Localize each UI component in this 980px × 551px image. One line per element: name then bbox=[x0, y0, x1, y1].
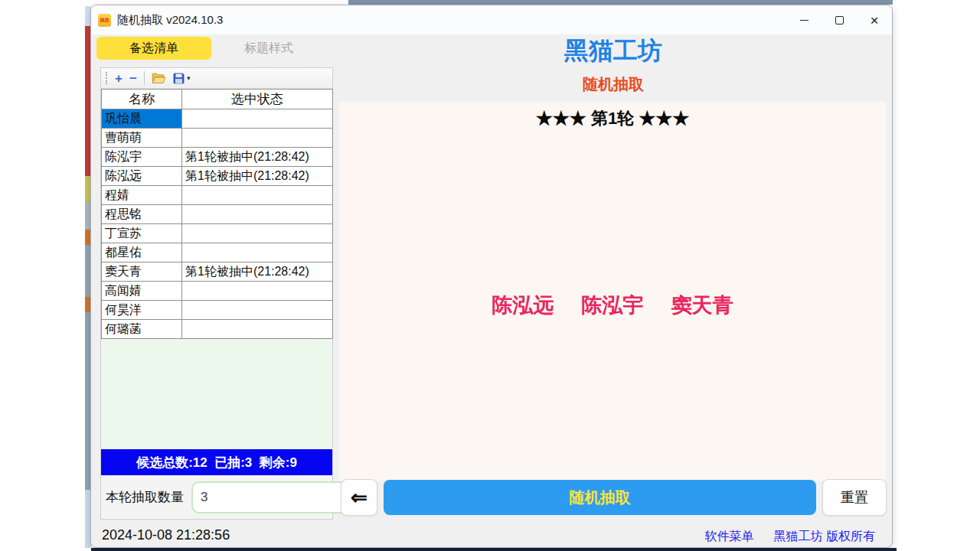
candidate-status-cell: 第1轮被抽中(21:28:42) bbox=[182, 167, 333, 186]
stats-bar: 候选总数:12 已抽:3 剩余:9 bbox=[101, 449, 332, 475]
draw-stage: ★★★ 第1轮 ★★★ 陈泓远 陈泓宇 窦天青 bbox=[339, 102, 886, 481]
candidate-table-body: 巩怡晨曹萌萌陈泓宇第1轮被抽中(21:28:42)陈泓远第1轮被抽中(21:28… bbox=[102, 109, 333, 339]
column-header-name[interactable]: 名称 bbox=[102, 90, 182, 109]
table-row[interactable]: 何璐菡 bbox=[102, 320, 333, 339]
table-row[interactable]: 曹萌萌 bbox=[102, 129, 333, 148]
app-window: 抽选 随机抽取 v2024.10.3 × 备选清单 标题样式 + − bbox=[90, 5, 893, 548]
result-name: 陈泓远 bbox=[492, 292, 554, 319]
list-toolbar: + − ▾ bbox=[101, 68, 332, 89]
close-icon: × bbox=[870, 13, 878, 28]
save-dropdown-caret-icon[interactable]: ▾ bbox=[187, 74, 191, 82]
table-row[interactable]: 陈泓远第1轮被抽中(21:28:42) bbox=[102, 167, 333, 186]
table-row[interactable]: 窦天青第1轮被抽中(21:28:42) bbox=[102, 262, 333, 282]
candidate-name-cell[interactable]: 窦天青 bbox=[102, 262, 182, 282]
result-name: 窦天青 bbox=[671, 292, 733, 319]
column-header-status[interactable]: 选中状态 bbox=[182, 90, 333, 109]
candidate-name-cell[interactable]: 巩怡晨 bbox=[102, 109, 182, 129]
table-row[interactable]: 程婧 bbox=[102, 186, 333, 205]
tab-candidate-list[interactable]: 备选清单 bbox=[96, 37, 211, 60]
save-floppy-icon bbox=[173, 73, 185, 84]
maximize-button[interactable] bbox=[822, 5, 857, 34]
candidate-status-cell bbox=[182, 282, 333, 301]
candidate-name-cell[interactable]: 都星佑 bbox=[102, 243, 182, 262]
table-row[interactable]: 高闻婧 bbox=[102, 282, 333, 301]
save-file-button[interactable]: ▾ bbox=[173, 73, 191, 84]
candidate-status-cell bbox=[182, 205, 333, 224]
toolbar-separator bbox=[144, 71, 145, 85]
app-icon: 抽选 bbox=[98, 14, 111, 27]
candidate-status-cell bbox=[182, 301, 333, 320]
candidate-name-cell[interactable]: 高闻婧 bbox=[102, 282, 182, 301]
reset-button[interactable]: 重置 bbox=[822, 479, 887, 516]
list-empty-area bbox=[101, 339, 332, 449]
candidate-name-cell[interactable]: 何昊洋 bbox=[102, 301, 182, 320]
candidate-status-cell bbox=[182, 109, 333, 129]
candidate-status-cell bbox=[182, 320, 333, 339]
candidate-status-cell: 第1轮被抽中(21:28:42) bbox=[182, 262, 333, 282]
table-row[interactable]: 何昊洋 bbox=[102, 301, 333, 320]
candidate-status-cell bbox=[182, 243, 333, 262]
draw-count-row: 本轮抽取数量 bbox=[101, 475, 332, 519]
candidate-status-cell bbox=[182, 129, 333, 148]
brand-title: 黑猫工坊 bbox=[333, 34, 893, 68]
candidate-panel: + − ▾ bbox=[100, 67, 333, 520]
candidate-name-cell[interactable]: 丁宣苏 bbox=[102, 224, 182, 243]
candidate-table: 名称 选中状态 巩怡晨曹萌萌陈泓宇第1轮被抽中(21:28:42)陈泓远第1轮被… bbox=[101, 89, 333, 339]
table-row[interactable]: 陈泓宇第1轮被抽中(21:28:42) bbox=[102, 148, 333, 167]
status-datetime: 2024-10-08 21:28:56 bbox=[102, 527, 230, 543]
table-header-row: 名称 选中状态 bbox=[102, 90, 333, 109]
window-title: 随机抽取 v2024.10.3 bbox=[117, 13, 223, 28]
toolbar-grip bbox=[106, 72, 107, 84]
back-button[interactable]: ⇐ bbox=[341, 479, 377, 516]
result-name: 陈泓宇 bbox=[582, 292, 644, 319]
open-folder-icon bbox=[152, 73, 166, 84]
candidate-status-cell bbox=[182, 186, 333, 205]
candidate-name-cell[interactable]: 曹萌萌 bbox=[102, 129, 182, 148]
random-draw-button[interactable]: 随机抽取 bbox=[384, 480, 816, 515]
copyright-text: 黑猫工坊 版权所有 bbox=[774, 529, 875, 545]
table-row[interactable]: 巩怡晨 bbox=[102, 109, 333, 129]
draw-results: 陈泓远 陈泓宇 窦天青 bbox=[339, 292, 886, 319]
close-button[interactable]: × bbox=[857, 5, 892, 34]
screen: 抽选 随机抽取 v2024.10.3 × 备选清单 标题样式 + − bbox=[0, 0, 980, 551]
candidate-name-cell[interactable]: 何璐菡 bbox=[102, 320, 182, 339]
table-row[interactable]: 程思铭 bbox=[102, 205, 333, 224]
titlebar: 抽选 随机抽取 v2024.10.3 × bbox=[91, 5, 892, 34]
add-item-button[interactable]: + bbox=[115, 72, 122, 85]
minimize-icon bbox=[800, 20, 808, 21]
draw-count-label: 本轮抽取数量 bbox=[106, 488, 184, 506]
candidate-name-cell[interactable]: 程婧 bbox=[102, 186, 182, 205]
back-arrow-icon: ⇐ bbox=[351, 486, 368, 510]
remove-item-button[interactable]: − bbox=[129, 72, 137, 85]
brand-subtitle: 随机抽取 bbox=[333, 74, 893, 95]
table-row[interactable]: 都星佑 bbox=[102, 243, 333, 262]
minimize-button[interactable] bbox=[786, 5, 822, 34]
table-row[interactable]: 丁宣苏 bbox=[102, 224, 333, 243]
candidate-name-cell[interactable]: 陈泓宇 bbox=[102, 148, 182, 167]
tab-title-style[interactable]: 标题样式 bbox=[211, 37, 326, 60]
desktop-sliver-bottom bbox=[91, 548, 897, 551]
window-controls: × bbox=[786, 5, 892, 34]
software-menu-link[interactable]: 软件菜单 bbox=[705, 529, 754, 545]
candidate-status-cell bbox=[182, 224, 333, 243]
candidate-name-cell[interactable]: 陈泓远 bbox=[102, 167, 182, 186]
candidate-status-cell: 第1轮被抽中(21:28:42) bbox=[182, 148, 333, 167]
maximize-icon bbox=[835, 16, 844, 24]
footer-links: 软件菜单 黑猫工坊 版权所有 bbox=[705, 529, 875, 545]
open-file-button[interactable] bbox=[152, 73, 166, 84]
candidate-name-cell[interactable]: 程思铭 bbox=[102, 205, 182, 224]
round-title: ★★★ 第1轮 ★★★ bbox=[339, 107, 886, 130]
